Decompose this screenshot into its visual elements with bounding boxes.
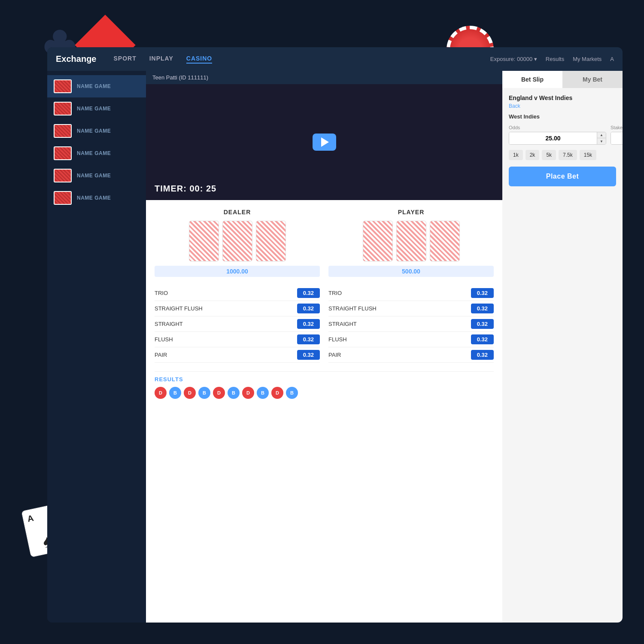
dealer-card-3 (256, 221, 286, 261)
stake-label: Stake (611, 125, 623, 130)
odds-input[interactable] (509, 132, 597, 144)
player-sf-label: STRAIGHT FLUSH (328, 305, 377, 312)
sidebar-thumb-3 (54, 146, 72, 160)
quick-2k[interactable]: 2k (526, 150, 540, 160)
dealer-flush-label: FLUSH (155, 336, 173, 343)
result-badge-5: B (228, 387, 240, 399)
quick-7k[interactable]: 7.5k (559, 150, 577, 160)
dealer-flush-value[interactable]: 0.32 (297, 334, 320, 344)
quick-5k[interactable]: 5k (542, 150, 556, 160)
result-badge-1: B (169, 387, 181, 399)
player-pair-value[interactable]: 0.32 (471, 350, 494, 360)
bet-team-name: West Indies (509, 113, 616, 120)
content-body: Teen Patti (ID 111111) TIMER: 00: 25 DEA… (146, 71, 623, 623)
bet-slip-tabs: Bet Slip My Bet (502, 71, 623, 88)
quick-1k[interactable]: 1k (509, 150, 523, 160)
sidebar-game-name-2: NAME GAME (77, 128, 111, 134)
stake-input-wrap (611, 132, 623, 145)
sidebar-game-name-1: NAME GAME (77, 106, 111, 112)
dealer-trio-label: TRIO (155, 290, 168, 296)
player-odds-col: TRIO 0.32 STRAIGHT FLUSH 0.32 STRAIGHT 0… (328, 286, 494, 363)
player-card-1 (363, 221, 393, 261)
player-cards (328, 221, 494, 261)
quick-amounts: 1k 2k 5k 7.5k 15k (509, 150, 616, 160)
center-wrapper: Teen Patti (ID 111111) TIMER: 00: 25 DEA… (146, 71, 502, 623)
main-content: NAME GAME NAME GAME NAME GAME NAME GAME … (47, 71, 623, 623)
result-badge-0: D (155, 387, 167, 399)
result-badge-6: D (242, 387, 254, 399)
place-bet-button[interactable]: Place Bet (509, 167, 616, 186)
result-badge-7: B (257, 387, 269, 399)
result-badge-4: D (213, 387, 225, 399)
odds-down-button[interactable]: ▼ (597, 138, 606, 144)
player-trio-value[interactable]: 0.32 (471, 288, 494, 298)
bet-fields: Odds ▲ ▼ Stake (509, 125, 616, 145)
sidebar-item-2[interactable]: NAME GAME (47, 120, 146, 142)
dealer-odds-pair: PAIR 0.32 (155, 347, 320, 363)
sidebar: NAME GAME NAME GAME NAME GAME NAME GAME … (47, 71, 146, 623)
player-sf-value[interactable]: 0.32 (471, 304, 494, 313)
dealer-trio-value[interactable]: 0.32 (297, 288, 320, 298)
player-trio-label: TRIO (328, 290, 342, 296)
results-label: RESULTS (155, 376, 494, 383)
odds-field-group: Odds ▲ ▼ (509, 125, 606, 145)
stake-input[interactable] (611, 132, 623, 144)
nav-inplay[interactable]: INPLAY (149, 55, 173, 64)
sidebar-game-name-0: NAME GAME (77, 83, 111, 89)
player-card-2 (396, 221, 426, 261)
odds-spinners: ▲ ▼ (597, 132, 606, 144)
bet-type-label: Back (509, 103, 616, 109)
dealer-odds-trio: TRIO 0.32 (155, 286, 320, 301)
nav-casino[interactable]: CASINO (186, 55, 212, 64)
player-flush-label: FLUSH (328, 336, 347, 343)
timer-display: TIMER: 00: 25 (155, 184, 216, 194)
sidebar-game-name-3: NAME GAME (77, 150, 111, 156)
tab-my-bet[interactable]: My Bet (562, 71, 623, 88)
nav-sport[interactable]: SPORT (113, 55, 136, 64)
game-title: Teen Patti (ID 111111) (152, 74, 208, 81)
game-table: DEALER 1000.00 PLAYER (146, 200, 502, 407)
quick-15k[interactable]: 15k (580, 150, 596, 160)
play-button[interactable] (313, 134, 336, 151)
sidebar-item-3[interactable]: NAME GAME (47, 142, 146, 164)
result-badge-8: D (271, 387, 283, 399)
tab-bet-slip[interactable]: Bet Slip (502, 71, 562, 88)
sidebar-item-5[interactable]: NAME GAME (47, 187, 146, 209)
sidebar-thumb-2 (54, 124, 72, 138)
dealer-pair-label: PAIR (155, 352, 167, 358)
sidebar-item-1[interactable]: NAME GAME (47, 97, 146, 120)
top-nav: Exchange SPORT INPLAY CASINO Exposure: 0… (47, 47, 623, 71)
exposure-label: Exposure: 00000 ▾ (490, 56, 537, 62)
video-area: TIMER: 00: 25 (146, 84, 502, 200)
dealer-sf-label: STRAIGHT FLUSH (155, 305, 203, 312)
dealer-straight-label: STRAIGHT (155, 321, 183, 327)
dealer-pair-value[interactable]: 0.32 (297, 350, 320, 360)
player-odds-straight: STRAIGHT 0.32 (328, 316, 494, 332)
results-badges: D B D B D B D B D B (155, 387, 494, 399)
results-link[interactable]: Results (546, 56, 564, 62)
sidebar-item-0[interactable]: NAME GAME (47, 75, 146, 97)
odds-table: TRIO 0.32 STRAIGHT FLUSH 0.32 STRAIGHT 0… (155, 286, 494, 363)
dealer-cards (155, 221, 320, 261)
player-odds-pair: PAIR 0.32 (328, 347, 494, 363)
my-markets-link[interactable]: My Markets (573, 56, 601, 62)
player-pair-label: PAIR (328, 352, 341, 358)
dealer-col: DEALER 1000.00 (155, 209, 320, 277)
player-straight-label: STRAIGHT (328, 321, 357, 327)
nav-links: SPORT INPLAY CASINO (113, 55, 212, 64)
dealer-card-1 (189, 221, 219, 261)
sidebar-item-4[interactable]: NAME GAME (47, 164, 146, 187)
player-col: PLAYER 500.00 (328, 209, 494, 277)
dealer-card-2 (222, 221, 252, 261)
dealer-label: DEALER (155, 209, 320, 216)
stake-field-group: Stake (611, 125, 623, 145)
dealer-sf-value[interactable]: 0.32 (297, 304, 320, 313)
player-flush-value[interactable]: 0.32 (471, 334, 494, 344)
odds-up-button[interactable]: ▲ (597, 132, 606, 138)
player-odds-trio: TRIO 0.32 (328, 286, 494, 301)
sidebar-game-name-5: NAME GAME (77, 195, 111, 201)
dealer-straight-value[interactable]: 0.32 (297, 319, 320, 329)
account-link[interactable]: A (610, 56, 614, 62)
dealer-odds-col: TRIO 0.32 STRAIGHT FLUSH 0.32 STRAIGHT 0… (155, 286, 320, 363)
player-straight-value[interactable]: 0.32 (471, 319, 494, 329)
